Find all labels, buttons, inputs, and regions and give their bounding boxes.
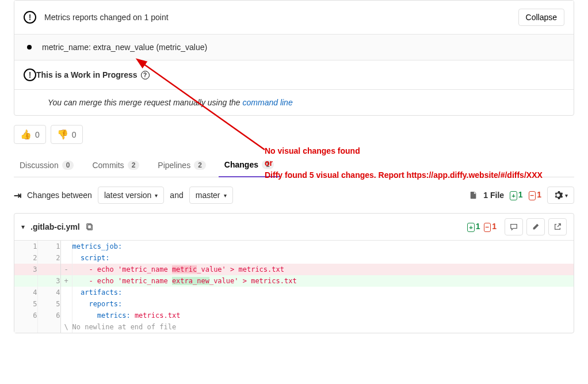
deletions-count: 1 bbox=[537, 190, 541, 199]
metrics-report-detail: metric_name: extra_new_value (metric_val… bbox=[14, 34, 574, 60]
tab-label: Pipelines bbox=[158, 161, 190, 170]
tab-badge: 2 bbox=[194, 161, 206, 170]
tab-label: Changes bbox=[224, 160, 258, 169]
tab-badge: 0 bbox=[62, 161, 74, 170]
file-diff-panel: ▾ .gitlab-ci.yml +1 −1 11metrics_job:22 … bbox=[14, 213, 574, 333]
diff-table: 11metrics_job:22 script:3- - echo 'metri… bbox=[14, 241, 574, 333]
external-link-button[interactable] bbox=[548, 218, 567, 235]
thumbs-down-icon: 👎 bbox=[57, 129, 68, 140]
file-name[interactable]: .gitlab-ci.yml bbox=[30, 222, 80, 231]
deletions-icon: − bbox=[484, 223, 491, 232]
tab-discussion[interactable]: Discussion 0 bbox=[14, 153, 79, 177]
additions-icon: + bbox=[467, 223, 475, 232]
file-tree-toggle-icon[interactable]: ⇥ bbox=[14, 190, 21, 201]
deletions-icon: − bbox=[529, 191, 536, 200]
diff-row: 3- - echo 'metric_name metric_value' > m… bbox=[14, 264, 574, 275]
metrics-report-panel: ! Metrics reports changed on 1 point Col… bbox=[14, 0, 574, 116]
collapse-button[interactable]: Collapse bbox=[518, 9, 564, 26]
tab-pipelines[interactable]: Pipelines 2 bbox=[152, 153, 212, 177]
external-link-icon bbox=[553, 223, 562, 231]
wip-header: ! This is a Work in Progress ? bbox=[14, 60, 574, 89]
file-deletions: 1 bbox=[492, 222, 497, 231]
chevron-down-icon[interactable]: ▾ bbox=[21, 223, 25, 231]
metrics-detail-text: metric_name: extra_new_value (metric_val… bbox=[42, 43, 207, 52]
tab-badge: 1 bbox=[262, 160, 274, 169]
reactions-bar: 👍 0 👎 0 bbox=[14, 125, 574, 144]
file-additions: 1 bbox=[476, 222, 480, 231]
and-label: and bbox=[170, 191, 183, 200]
additions-icon: + bbox=[510, 191, 517, 200]
info-icon: ! bbox=[24, 69, 36, 81]
thumbs-down-count: 0 bbox=[72, 130, 77, 139]
thumbs-up-icon: 👍 bbox=[20, 129, 32, 140]
settings-dropdown[interactable]: ▾ bbox=[547, 187, 574, 204]
gear-icon bbox=[553, 191, 563, 200]
file-header: ▾ .gitlab-ci.yml +1 −1 bbox=[14, 214, 574, 241]
changes-between-label: Changes between bbox=[27, 191, 92, 200]
tab-badge: 2 bbox=[128, 161, 140, 170]
diff-row: 11metrics_job: bbox=[14, 241, 574, 252]
comment-button[interactable] bbox=[505, 218, 523, 235]
wip-title: This is a Work in Progress bbox=[36, 70, 138, 79]
metrics-report-title: Metrics reports changed on 1 point bbox=[44, 13, 518, 22]
tab-changes[interactable]: Changes 1 bbox=[219, 153, 280, 177]
wip-body: You can merge this merge request manuall… bbox=[14, 89, 574, 115]
diff-row: 44 artifacts: bbox=[14, 287, 574, 298]
thumbs-down-button[interactable]: 👎 0 bbox=[51, 125, 83, 144]
tab-commits[interactable]: Commits 2 bbox=[86, 153, 145, 177]
diff-row: 66 metrics: metrics.txt bbox=[14, 310, 574, 321]
edit-button[interactable] bbox=[526, 218, 545, 235]
diff-row: 3+ - echo 'metric_name extra_new_value' … bbox=[14, 275, 574, 287]
version-to-dropdown[interactable]: master ▾ bbox=[189, 187, 233, 204]
command-line-link[interactable]: command line bbox=[243, 98, 293, 107]
tab-label: Commits bbox=[92, 161, 124, 170]
diff-toolbar: ⇥ Changes between latest version ▾ and m… bbox=[14, 187, 574, 204]
dropdown-label: latest version bbox=[104, 191, 151, 200]
chevron-down-icon: ▾ bbox=[224, 192, 227, 199]
diff-footer: \No newline at end of file bbox=[14, 321, 574, 333]
diff-row: 22 script: bbox=[14, 252, 574, 264]
additions-count: 1 bbox=[518, 190, 523, 199]
chevron-down-icon: ▾ bbox=[565, 192, 568, 199]
mr-tabs: Discussion 0 Commits 2 Pipelines 2 Chang… bbox=[14, 153, 574, 177]
comment-icon bbox=[510, 223, 518, 231]
thumbs-up-count: 0 bbox=[35, 130, 40, 139]
thumbs-up-button[interactable]: 👍 0 bbox=[14, 125, 46, 144]
wip-merge-text: You can merge this merge request manuall… bbox=[48, 98, 243, 107]
chevron-down-icon: ▾ bbox=[155, 192, 158, 199]
dropdown-label: master bbox=[196, 191, 220, 200]
pencil-icon bbox=[532, 223, 540, 231]
bullet-icon bbox=[27, 45, 32, 50]
version-from-dropdown[interactable]: latest version ▾ bbox=[98, 187, 164, 204]
file-count: 1 File bbox=[483, 191, 504, 200]
info-icon: ! bbox=[24, 11, 36, 24]
file-icon bbox=[469, 191, 478, 199]
tab-label: Discussion bbox=[20, 161, 59, 170]
help-icon[interactable]: ? bbox=[141, 71, 150, 79]
copy-icon[interactable] bbox=[86, 223, 94, 231]
diff-row: 55 reports: bbox=[14, 298, 574, 310]
metrics-report-header: ! Metrics reports changed on 1 point Col… bbox=[14, 1, 574, 34]
